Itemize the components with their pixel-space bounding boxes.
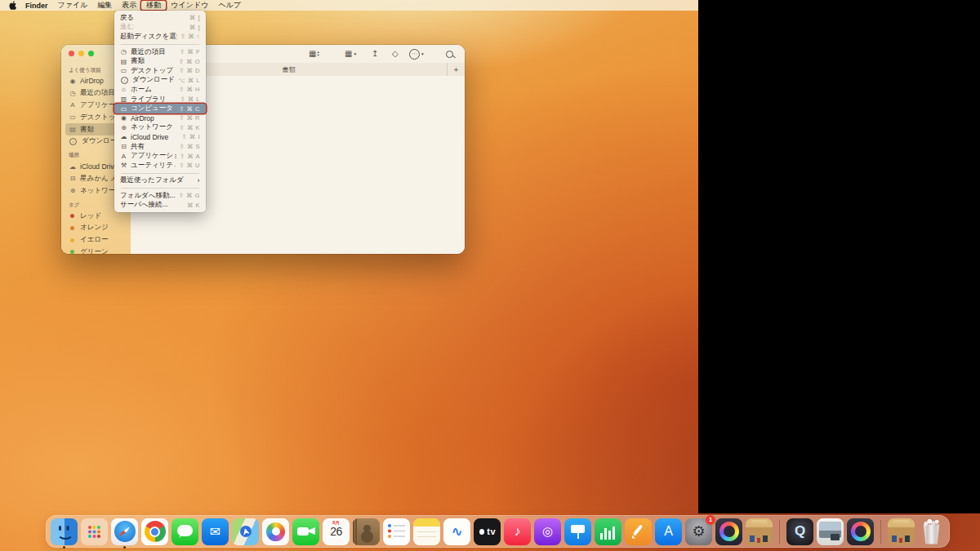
go-menu-item-computer[interactable]: ▭ コンピュータ ⇧ ⌘ C xyxy=(114,104,206,113)
dock-keynote[interactable] xyxy=(564,518,591,545)
running-indicator xyxy=(63,546,65,549)
dock-system-settings[interactable]: ⚙ 1 xyxy=(685,518,712,545)
go-menu-item-forward[interactable]: 進む ⌘ ] xyxy=(114,23,206,33)
dock-creative-cloud-2[interactable] xyxy=(847,518,874,545)
dock-maps[interactable] xyxy=(232,518,259,545)
go-menu-item-go-to-folder[interactable]: フォルダへ移動... ⇧ ⌘ G xyxy=(114,191,206,201)
dock-quicktime[interactable]: Q xyxy=(786,518,813,545)
sidebar-item-tag-yellow[interactable]: イエロー xyxy=(65,234,127,247)
dock-photos[interactable] xyxy=(262,518,289,545)
search-icon[interactable] xyxy=(446,45,453,63)
go-menu-item-recents[interactable]: ◷ 最近の項目 ⇧ ⌘ F xyxy=(114,47,206,57)
zoom-button[interactable] xyxy=(88,51,94,56)
download-circle-icon: ↓ xyxy=(69,138,77,145)
apple-logo-icon xyxy=(9,1,16,10)
go-menu-item-utilities[interactable]: ⚒ ユーティリティ ⇧ ⌘ U xyxy=(114,161,206,171)
close-button[interactable] xyxy=(69,51,74,56)
menu-finder[interactable]: Finder xyxy=(20,1,53,10)
more-options-icon[interactable]: ⋯▾ xyxy=(409,45,424,63)
black-region xyxy=(698,0,980,513)
tag-orange-dot-icon xyxy=(70,226,74,230)
traffic-lights xyxy=(69,51,94,56)
clock-icon: ◷ xyxy=(120,48,127,56)
dock-mail[interactable]: ✉ xyxy=(202,518,229,545)
dock-numbers[interactable] xyxy=(595,518,621,545)
menu-file[interactable]: ファイル xyxy=(53,1,93,10)
menu-help[interactable]: ヘルプ xyxy=(213,1,246,10)
group-by-icon[interactable]: ▦▾ xyxy=(345,45,356,63)
network-globe-icon: ⊕ xyxy=(69,187,77,194)
tag-icon[interactable]: ◇ xyxy=(392,45,399,63)
tag-yellow-dot-icon xyxy=(70,238,74,242)
dock-finder[interactable] xyxy=(51,518,78,545)
go-menu-item-back[interactable]: 戻る ⌘ [ xyxy=(114,13,206,23)
dock-box-file[interactable] xyxy=(888,518,915,545)
airdrop-icon: ◉ xyxy=(120,114,127,122)
dock-launchpad[interactable] xyxy=(81,518,108,545)
chevron-down-icon: ▾ xyxy=(354,51,356,56)
go-menu-item-shared[interactable]: ⊟ 共有 ⇧ ⌘ S xyxy=(114,142,206,152)
dock-reminders[interactable] xyxy=(383,518,410,545)
menu-view[interactable]: 表示 xyxy=(117,1,141,10)
icloud-icon: ☁ xyxy=(69,163,77,171)
go-menu-item-icloud-drive[interactable]: ☁ iCloud Drive ⇧ ⌘ I xyxy=(114,132,206,142)
dock-apple-tv[interactable]: tv xyxy=(474,518,501,545)
dock-messages[interactable] xyxy=(172,518,198,545)
chevron-down-icon: ▾ xyxy=(421,51,424,56)
dock-separator xyxy=(880,520,881,544)
dock-pages[interactable] xyxy=(625,518,652,545)
desktop-icon: ▭ xyxy=(69,113,77,121)
tag-red-dot-icon xyxy=(70,214,74,218)
dock-facetime[interactable] xyxy=(292,518,319,545)
new-tab-button[interactable]: + xyxy=(448,63,465,76)
go-menu-item-network[interactable]: ⊕ ネットワーク ⇧ ⌘ K xyxy=(114,123,206,133)
go-menu-item-home[interactable]: ⌂ ホーム ⇧ ⌘ H xyxy=(114,85,206,95)
icloud-icon: ☁ xyxy=(120,133,127,140)
dock-freeform[interactable]: ∿ xyxy=(443,518,470,545)
desktop: Finderファイル編集表示移動ウインドウヘルプ よく使う項目 ◉ A xyxy=(0,0,980,551)
go-menu-item-documents[interactable]: ▤ 書類 ⇧ ⌘ O xyxy=(114,56,206,66)
dock-app-store[interactable]: A xyxy=(655,518,682,545)
download-circle-icon: ↓ xyxy=(121,77,128,84)
go-menu-item-library[interactable]: ▥ ライブラリ ⇧ ⌘ L xyxy=(114,95,206,104)
apple-menu[interactable] xyxy=(9,1,16,10)
dock-creative-cloud[interactable] xyxy=(715,518,742,545)
dock-notes[interactable] xyxy=(413,518,440,545)
dock-music[interactable]: ♪ xyxy=(504,518,531,545)
go-menu-item-desktop[interactable]: ▭ デスクトップ ⇧ ⌘ D xyxy=(114,66,206,76)
dock-separator xyxy=(779,520,780,544)
clock-icon: ◷ xyxy=(69,90,77,97)
airdrop-icon: ◉ xyxy=(69,78,77,85)
dock-window-thumbnail[interactable] xyxy=(817,518,844,545)
dock-contacts[interactable] xyxy=(353,518,380,545)
view-layout-icon[interactable]: ▦▴▾ xyxy=(309,45,319,63)
menu-window[interactable]: ウインドウ xyxy=(166,1,213,10)
stepper-icon: ▴▾ xyxy=(317,51,318,56)
utilities-icon: ⚒ xyxy=(120,162,127,169)
desktop-icon: ▭ xyxy=(120,67,127,74)
go-menu-item-connect-to-server[interactable]: サーバへ接続... ⌘ K xyxy=(114,201,206,211)
share-icon[interactable]: ↥ xyxy=(372,45,378,63)
go-menu-item-recent-folders[interactable]: 最近使ったフォルダ › xyxy=(114,176,206,186)
minimize-button[interactable] xyxy=(78,51,84,56)
dock-safari[interactable] xyxy=(111,518,138,545)
go-menu-item-applications[interactable]: A アプリケーション ⇧ ⌘ A xyxy=(114,151,206,161)
tab-title: 書類 xyxy=(283,65,296,74)
tag-green-dot-icon xyxy=(70,250,74,254)
dock-podcasts[interactable]: ◎ xyxy=(534,518,561,545)
dock-box-app[interactable] xyxy=(746,518,773,545)
go-menu-item-select-startup-disk[interactable]: 起動ディスクを選択 ⇧ ⌘ ↑ xyxy=(114,32,206,42)
applications-icon: A xyxy=(120,153,127,160)
menu-edit[interactable]: 編集 xyxy=(92,1,117,10)
shared-folder-icon: ⊟ xyxy=(120,143,127,150)
sidebar-item-tag-orange[interactable]: オレンジ xyxy=(65,222,127,234)
sidebar-item-tag-green[interactable]: グリーン xyxy=(65,247,127,254)
dock-trash[interactable] xyxy=(918,518,945,545)
dock-calendar[interactable]: 8月 26 xyxy=(323,518,350,545)
go-menu: 戻る ⌘ [ 進む ⌘ ] 起動ディスクを選択 ⇧ ⌘ ↑ ◷ 最近の項目 xyxy=(114,11,206,212)
library-icon: ▥ xyxy=(120,96,127,103)
menu-go[interactable]: 移動 xyxy=(141,1,166,10)
go-menu-item-downloads[interactable]: ↓ ダウンロード ⌥ ⌘ L xyxy=(114,76,206,86)
dock-chrome[interactable] xyxy=(141,518,168,545)
go-menu-item-airdrop[interactable]: ◉ AirDrop ⇧ ⌘ R xyxy=(114,113,206,123)
